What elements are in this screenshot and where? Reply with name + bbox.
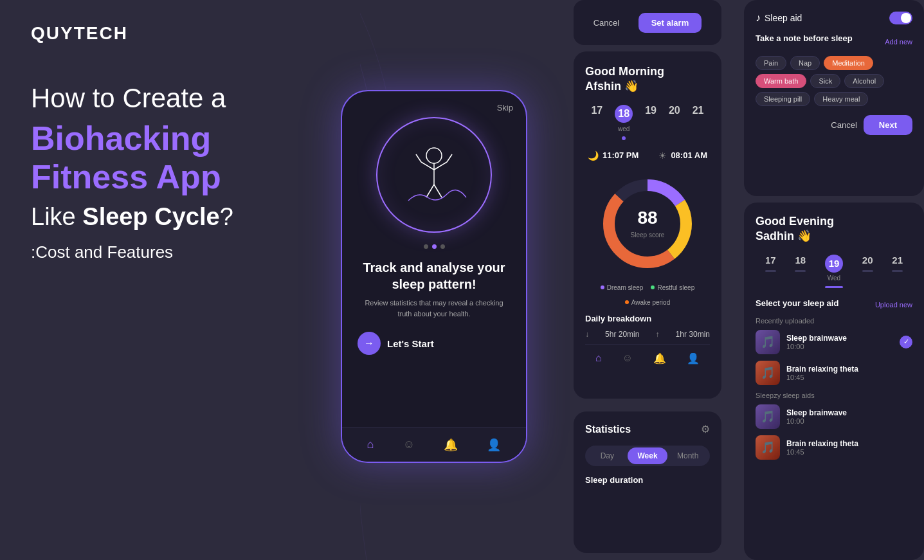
tag-alcohol[interactable]: Alcohol [844, 74, 884, 88]
figure-svg [395, 136, 473, 213]
svg-point-0 [426, 148, 442, 163]
headline-2: BiohackingFitness App [31, 120, 329, 197]
phone-illustration [376, 117, 492, 233]
cal-day-20: 20 [669, 105, 680, 140]
select-sleep-aid-title: Select your sleep aid [756, 298, 838, 308]
legend-restful: Restful sleep [651, 284, 694, 291]
dot-2 [432, 244, 437, 249]
upload-new-link[interactable]: Upload new [875, 301, 912, 309]
cal-day-19: 19 [645, 105, 657, 140]
tag-warm-bath[interactable]: Warm bath [756, 74, 806, 88]
headline-3: Like Sleep Cycle? [31, 203, 329, 231]
bell-icon[interactable]: 🔔 [653, 352, 666, 365]
tag-heavy-meal[interactable]: Heavy meal [814, 92, 868, 106]
home-nav-icon[interactable]: ⌂ [367, 438, 374, 451]
sleep-end: ☀ 08:01 AM [658, 150, 707, 161]
arrow-up-icon: ↑ [656, 330, 660, 339]
stats-sleep-duration: Sleep duration [585, 475, 710, 485]
svg-line-5 [434, 185, 442, 197]
phone-bottom-nav: ⌂ ☺ 🔔 👤 [342, 427, 526, 462]
tag-nap[interactable]: Nap [790, 56, 820, 70]
left-panel: QUYTECH How to Create a BiohackingFitnes… [0, 0, 360, 560]
legend-awake: Awake period [625, 299, 670, 306]
home-icon[interactable]: ⌂ [595, 352, 602, 365]
sleepzy-info-1: Sleep brainwave 10:00 [786, 408, 912, 425]
sleep-notes-card: ♪ Sleep aid Take a note before sleep Add… [744, 0, 924, 196]
good-morning-card: Good MorningAfshin 👋 17 18 wed 19 20 21 … [574, 51, 721, 399]
set-alarm-button[interactable]: Set alarm [639, 13, 702, 33]
profile-nav-icon[interactable]: 👤 [487, 438, 501, 452]
legend-dot-dream [601, 285, 604, 289]
svg-line-4 [426, 185, 434, 197]
recently-uploaded-label: Recently uploaded [756, 317, 912, 325]
tag-meditation[interactable]: Meditation [824, 56, 873, 70]
music-icon: ♪ [756, 12, 761, 24]
stats-gear-icon[interactable]: ⚙ [701, 423, 710, 435]
sleepzy-thumb-1: 🎵 [756, 404, 780, 429]
cal-day-18: 18 wed [615, 105, 633, 140]
statistics-card: Statistics ⚙ Day Week Month Sleep durati… [574, 411, 721, 553]
add-new-link[interactable]: Add new [885, 38, 912, 46]
phone-cta-row: → Let's Start [358, 332, 511, 355]
sleepzy-thumb-2: 🎵 [756, 435, 780, 460]
eve-cal-21: 21 [892, 255, 903, 288]
sleepzy-item-1[interactable]: 🎵 Sleep brainwave 10:00 [756, 404, 912, 429]
stats-tabs: Day Week Month [585, 446, 710, 466]
cta-arrow-button[interactable]: → [358, 332, 381, 355]
dot-3 [440, 244, 445, 249]
take-note-title: Take a note before sleep [756, 33, 853, 43]
legend-dot-restful [651, 285, 655, 289]
sleepzy-item-2[interactable]: 🎵 Brain relaxing theta 10:45 [756, 435, 912, 460]
sleep-aid-item-1[interactable]: 🎵 Sleep brainwave 10:00 ✓ [756, 330, 912, 354]
phone-mockup: Skip Track and a [341, 90, 527, 463]
sleep-aid-row: ♪ Sleep aid [756, 12, 912, 24]
sleep-aid-label: ♪ Sleep aid [756, 12, 802, 24]
note-tags: Pain Nap Meditation Warm bath Sick Alcoh… [756, 56, 912, 106]
sleep-aid-info-2: Brain relaxing theta 10:45 [786, 365, 912, 381]
daily-breakdown-title: Daily breakdown [585, 314, 710, 323]
sleep-aid-thumb-2: 🎵 [756, 361, 780, 385]
sleep-times: 🌙 11:07 PM ☀ 08:01 AM [585, 150, 710, 161]
sleep-aid-info-1: Sleep brainwave 10:00 [786, 334, 893, 350]
cal-dot-active [622, 136, 626, 140]
eve-cal-17: 17 [765, 255, 776, 288]
card-bottom-nav: ⌂ ☺ 🔔 👤 [585, 344, 710, 365]
phone-frame: Skip Track and a [341, 90, 527, 463]
bell-nav-icon[interactable]: 🔔 [444, 438, 458, 452]
cost-features: :Cost and Features [31, 242, 329, 262]
next-note-button[interactable]: Next [864, 115, 912, 135]
alarm-card: Cancel Set alarm [574, 0, 721, 45]
eve-cal-20: 20 [862, 255, 873, 288]
tag-sleeping-pill[interactable]: Sleeping pill [756, 92, 810, 106]
cancel-note-button[interactable]: Cancel [831, 115, 856, 135]
stats-tab-month[interactable]: Month [667, 447, 708, 464]
stats-tab-day[interactable]: Day [587, 447, 628, 464]
tag-sick[interactable]: Sick [810, 74, 840, 88]
tag-pain[interactable]: Pain [756, 56, 786, 70]
emoji-icon[interactable]: ☺ [622, 352, 633, 365]
good-morning-title: Good MorningAfshin 👋 [585, 64, 710, 95]
phone-subtitle: Review statistics that may reveal a chec… [358, 298, 511, 319]
cancel-alarm-button[interactable]: Cancel [593, 18, 619, 28]
svg-line-7 [447, 154, 452, 162]
sleep-aid-item-2[interactable]: 🎵 Brain relaxing theta 10:45 [756, 361, 912, 385]
phone-title: Track and analyse your sleep pattern! [355, 259, 513, 293]
breakdown-row-1: ↓ 5hr 20min ↑ 1hr 30min [585, 330, 710, 339]
moon-icon: 🌙 [588, 150, 599, 161]
headline-1: How to Create a [31, 82, 329, 114]
arrow-down-icon: ↓ [585, 330, 589, 339]
sleep-aid-check-1: ✓ [900, 336, 912, 348]
eve-cal-18: 18 [795, 255, 806, 288]
good-evening-title: Good EveningSadhin 👋 [756, 214, 912, 244]
svg-line-6 [416, 154, 421, 162]
dot-1 [424, 244, 428, 249]
cal-day-21: 21 [693, 105, 704, 140]
face-nav-icon[interactable]: ☺ [403, 438, 415, 451]
skip-button[interactable]: Skip [497, 103, 513, 113]
headline-block: How to Create a BiohackingFitness App Li… [31, 82, 329, 262]
stats-tab-week[interactable]: Week [628, 447, 668, 464]
user-icon[interactable]: 👤 [687, 352, 700, 365]
sleep-aid-toggle[interactable] [889, 12, 912, 24]
stats-header: Statistics ⚙ [585, 423, 710, 435]
sleepzy-label: Sleepzy sleep aids [756, 392, 912, 399]
